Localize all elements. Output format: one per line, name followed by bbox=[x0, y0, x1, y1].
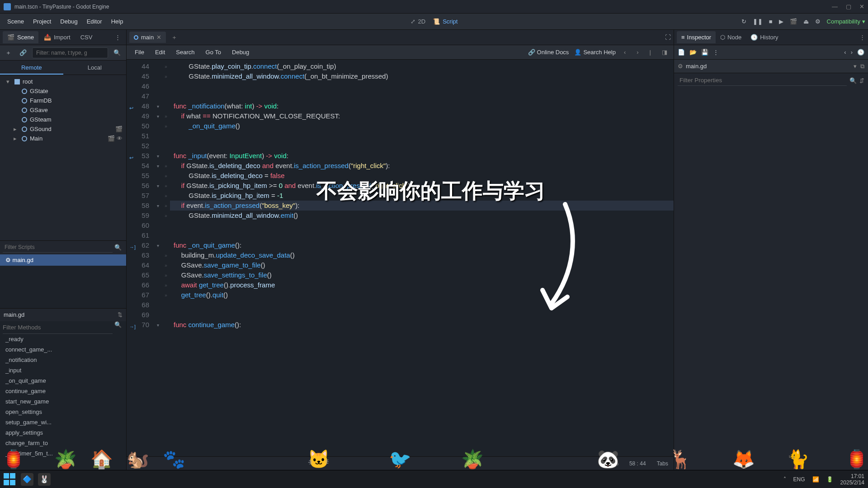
script-menu-debug[interactable]: Debug bbox=[227, 47, 254, 57]
maximize-button[interactable]: ▢ bbox=[846, 3, 851, 10]
filter-options-icon[interactable]: ⇵ bbox=[859, 77, 864, 84]
script-item[interactable]: ⚙ main.gd bbox=[0, 254, 126, 266]
method-item[interactable]: change_farm_to bbox=[0, 438, 126, 448]
resource-options-icon[interactable]: ⋮ bbox=[713, 49, 719, 56]
method-item[interactable]: _on_quit_game bbox=[0, 375, 126, 386]
tree-node[interactable]: FarmDB bbox=[0, 96, 126, 105]
inspector-filter-input[interactable] bbox=[678, 75, 847, 86]
scripts-list[interactable]: ⚙ main.gd bbox=[0, 254, 126, 308]
dock-options-icon[interactable]: ⋮ bbox=[112, 32, 123, 42]
tab-inspector[interactable]: ≡ Inspector bbox=[677, 31, 716, 43]
methods-filter-input[interactable] bbox=[3, 321, 113, 334]
inspector-resource-row[interactable]: ⚙ main.gd ▾ ⧉ bbox=[674, 60, 868, 73]
method-item[interactable]: start_new_game bbox=[0, 396, 126, 407]
close-button[interactable]: ✕ bbox=[859, 3, 864, 10]
tray-wifi-icon[interactable]: 📶 bbox=[812, 476, 819, 483]
history-menu-icon[interactable]: 🕓 bbox=[857, 49, 864, 56]
method-item[interactable]: apply_settings bbox=[0, 427, 126, 438]
menu-scene[interactable]: Scene bbox=[3, 15, 28, 28]
method-item[interactable]: connect_game_... bbox=[0, 344, 126, 355]
add-tab-button[interactable]: ＋ bbox=[168, 32, 181, 43]
menu-editor[interactable]: Editor bbox=[82, 15, 107, 28]
script-menu-search[interactable]: Search bbox=[171, 47, 199, 57]
tab-scene[interactable]: 🎬 Scene bbox=[3, 31, 38, 43]
run-specific-button[interactable]: 🎬 bbox=[790, 18, 797, 25]
add-node-button[interactable]: ＋ bbox=[3, 47, 14, 59]
gear-icon: ⚙ bbox=[678, 63, 683, 70]
tab-history[interactable]: 🕓 History bbox=[746, 31, 783, 43]
method-item[interactable]: _input bbox=[0, 365, 126, 375]
method-item[interactable]: setup_game_wi... bbox=[0, 417, 126, 427]
link-node-button[interactable]: 🔗 bbox=[17, 47, 29, 58]
mode-script[interactable]: 📜 Script bbox=[433, 18, 458, 25]
script-menu-edit[interactable]: Edit bbox=[151, 47, 170, 57]
tab-csv[interactable]: CSV bbox=[76, 31, 97, 43]
subtab-remote[interactable]: Remote bbox=[0, 61, 63, 75]
method-item[interactable]: continue_game bbox=[0, 386, 126, 396]
renderer-select[interactable]: Compatibility ▾ bbox=[827, 18, 865, 25]
close-tab-icon[interactable]: ✕ bbox=[156, 34, 161, 41]
menu-help[interactable]: Help bbox=[107, 15, 128, 28]
zoom-level[interactable]: 100 % bbox=[603, 460, 618, 467]
extra-options-icon[interactable]: ⧉ bbox=[857, 63, 864, 70]
tray-battery-icon[interactable]: 🔋 bbox=[826, 476, 833, 483]
indent-mode[interactable]: Tabs bbox=[657, 460, 668, 467]
search-icon[interactable]: 🔍 bbox=[847, 77, 859, 84]
scene-tree[interactable]: ▾rootGStateFarmDBGSaveGSteam▸GSound🎬▸Mai… bbox=[0, 75, 126, 240]
scene-filter-input[interactable] bbox=[32, 47, 108, 58]
sort-icon[interactable]: ⇅ bbox=[118, 311, 123, 318]
method-item[interactable]: _on_timer_5m_t... bbox=[0, 448, 126, 459]
expand-editor-icon[interactable]: ⛶ bbox=[665, 34, 671, 41]
load-resource-icon[interactable]: 📂 bbox=[689, 49, 697, 56]
history-forward-icon[interactable]: › bbox=[851, 49, 853, 56]
nav-back-button[interactable]: ‹ bbox=[621, 48, 628, 56]
search-help-link[interactable]: 👤 Search Help bbox=[574, 49, 616, 56]
tree-node[interactable]: GSteam bbox=[0, 115, 126, 124]
scripts-filter-input[interactable] bbox=[3, 242, 113, 253]
play-project-button[interactable]: ↻ bbox=[741, 18, 746, 25]
mode-2d[interactable]: ⤢ 2D bbox=[410, 18, 426, 25]
methods-list[interactable]: _readyconnect_game_..._notification_inpu… bbox=[0, 334, 126, 470]
movie-maker-button[interactable]: ⏏ bbox=[803, 18, 809, 25]
tree-node[interactable]: ▾root bbox=[0, 77, 126, 86]
chevron-down-icon[interactable]: ▾ bbox=[854, 63, 857, 70]
dock-options-icon[interactable]: ⋮ bbox=[859, 34, 865, 41]
method-item[interactable]: _ready bbox=[0, 334, 126, 344]
stop-button[interactable]: ■ bbox=[769, 18, 773, 25]
tree-node[interactable]: ▸Main🎬 👁 bbox=[0, 134, 126, 143]
tray-chevron-icon[interactable]: ˄ bbox=[783, 476, 786, 483]
minimize-button[interactable]: — bbox=[832, 3, 838, 10]
render-mode-button[interactable]: ⚙ bbox=[815, 18, 821, 25]
taskbar-app-godot[interactable]: 🔷 bbox=[21, 473, 33, 486]
search-icon[interactable]: 🔍 bbox=[113, 321, 123, 334]
tree-node[interactable]: ▸GSound🎬 bbox=[0, 124, 126, 134]
new-resource-icon[interactable]: 📄 bbox=[678, 49, 685, 56]
tab-node[interactable]: ⬡ Node bbox=[716, 31, 746, 43]
subtab-local[interactable]: Local bbox=[63, 61, 127, 75]
toggle-panel-button[interactable]: ◨ bbox=[659, 48, 670, 56]
nav-forward-button[interactable]: › bbox=[634, 48, 641, 56]
script-menu-goto[interactable]: Go To bbox=[201, 47, 226, 57]
taskbar-app-game[interactable]: 🐰 bbox=[38, 473, 51, 486]
menu-debug[interactable]: Debug bbox=[56, 15, 82, 28]
pause-button[interactable]: ❚❚ bbox=[753, 18, 763, 25]
run-scene-button[interactable]: ▶ bbox=[779, 18, 783, 25]
code-editor[interactable]: 44454647↩4849505152↩535455565758596061→]… bbox=[127, 60, 674, 456]
tree-node[interactable]: GSave bbox=[0, 105, 126, 115]
scene-tab-main[interactable]: main ✕ bbox=[129, 32, 166, 43]
script-nav-chevron[interactable]: ‹ bbox=[132, 460, 134, 467]
tab-import[interactable]: 📥 Import bbox=[39, 31, 75, 43]
tree-node[interactable]: GState bbox=[0, 86, 126, 96]
history-back-icon[interactable]: ‹ bbox=[844, 49, 846, 56]
tray-lang[interactable]: ENG bbox=[793, 476, 805, 483]
menu-project[interactable]: Project bbox=[28, 15, 56, 28]
online-docs-link[interactable]: 🔗 Online Docs bbox=[528, 49, 569, 56]
script-menu-file[interactable]: File bbox=[130, 47, 149, 57]
search-icon[interactable]: 🔍 bbox=[111, 47, 123, 58]
search-icon[interactable]: 🔍 bbox=[113, 244, 123, 251]
start-button[interactable] bbox=[4, 473, 16, 486]
tray-clock[interactable]: 17:01 2025/2/14 bbox=[840, 473, 864, 486]
method-item[interactable]: _notification bbox=[0, 355, 126, 365]
save-resource-icon[interactable]: 💾 bbox=[701, 49, 708, 56]
method-item[interactable]: open_settings bbox=[0, 407, 126, 417]
